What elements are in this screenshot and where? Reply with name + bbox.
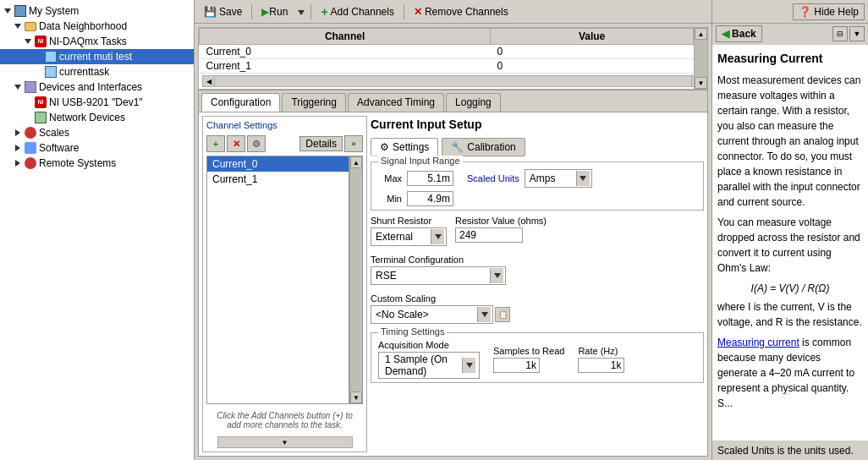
computer-icon (14, 4, 27, 18)
expand-data-neighborhood-icon[interactable] (14, 22, 22, 30)
no-expand-1 (34, 52, 42, 61)
data-table-scrollbar[interactable]: ▲ ▼ (694, 28, 707, 89)
ch-scrollbar-down[interactable]: ▼ (350, 392, 362, 403)
custom-scaling-select[interactable]: <No Scale> (371, 305, 493, 324)
channel-list-scrollbar[interactable]: ▲ ▼ (349, 156, 363, 404)
run-icon: ▶ (261, 6, 269, 18)
hide-help-button[interactable]: ❓ Hide Help (793, 3, 865, 20)
channel-scroll-bottom[interactable]: ▼ (217, 436, 353, 448)
min-input[interactable] (407, 191, 453, 206)
gear-channel-button[interactable]: ⚙ (247, 135, 266, 152)
run-dropdown-icon (298, 10, 305, 15)
timing-settings-panel: Timing Settings Acquisition Mode 1 Sampl… (371, 332, 704, 383)
help-text-area: Measuring Current Most measurement devic… (712, 45, 868, 441)
tab-configuration[interactable]: Configuration (201, 93, 280, 112)
tree-item-remote-systems[interactable]: Remote Systems (0, 156, 194, 171)
config-area: Configuration Triggering Advanced Timing… (198, 90, 708, 457)
scrollbar-up-arrow[interactable]: ▲ (695, 28, 707, 40)
tree-item-ni-usb-9201[interactable]: NI NI USB-9201 "Dev1" (0, 95, 194, 110)
help-footer-text: Scaled Units is the units used. (717, 445, 854, 457)
channel-list-item-0[interactable]: Current_0 (207, 156, 349, 172)
scaled-units-select[interactable]: Amps (525, 169, 592, 188)
scrollbar-thumb[interactable] (695, 40, 707, 77)
terminal-config-arrow[interactable] (490, 268, 503, 283)
ni-usb-icon: NI (34, 96, 47, 109)
tree-item-software[interactable]: Software (0, 140, 194, 156)
help-link[interactable]: Measuring current (717, 337, 799, 348)
tree-item-network-devices[interactable]: Network Devices (0, 110, 194, 125)
shunt-resistor-select[interactable]: External (371, 227, 447, 246)
config-tabs-bar: Configuration Triggering Advanced Timing… (199, 90, 707, 112)
add-channels-hint: Click the Add Channels button (+) to add… (206, 408, 363, 433)
help-nav: ◀ Back ⊟ ▼ (712, 24, 868, 45)
save-button[interactable]: 💾 Save (198, 3, 248, 21)
shunt-resistor-label: Shunt Resistor (371, 216, 447, 226)
tab-triggering[interactable]: Triggering (282, 93, 346, 112)
tree-label-currenttask: currenttask (59, 66, 109, 78)
more-options-button[interactable]: » (344, 135, 363, 152)
save-icon: 💾 (204, 6, 217, 18)
run-button[interactable]: ▶ Run (255, 3, 294, 21)
resistor-value-input[interactable] (455, 227, 523, 243)
scrollbar-down-arrow[interactable]: ▼ (695, 77, 707, 89)
acquisition-mode-select[interactable]: 1 Sample (On Demand) (378, 352, 480, 379)
help-content: ◀ Back ⊟ ▼ Measuring Current Most measur… (712, 24, 868, 460)
channel-list-item-1[interactable]: Current_1 (207, 172, 349, 187)
remove-channels-label: Remove Channels (425, 6, 508, 18)
help-nav-icon-1[interactable]: ⊟ (832, 26, 848, 41)
tree-item-my-system[interactable]: My System (0, 3, 194, 19)
tree-item-ni-daqmx-tasks[interactable]: NI NI-DAQmx Tasks (0, 34, 194, 49)
acquisition-mode-label: Acquisition Mode (378, 340, 480, 350)
add-channels-button[interactable]: + Add Channels (315, 3, 400, 21)
hscrollbar-left-arrow[interactable]: ◀ (203, 76, 215, 86)
remote-icon (24, 156, 37, 170)
add-channel-button[interactable]: + (206, 135, 225, 152)
help-nav-icons: ⊟ ▼ (832, 26, 865, 41)
tree-item-data-neighborhood[interactable]: Data Neighborhood (0, 19, 194, 34)
help-formula: I(A) = V(V) / R(Ω) (717, 281, 863, 296)
expand-my-system-icon[interactable] (3, 7, 12, 15)
delete-channel-button[interactable]: ✕ (227, 135, 245, 152)
custom-scaling-arrow[interactable] (477, 307, 491, 322)
expand-software-icon[interactable] (14, 144, 22, 152)
samples-to-read-label: Samples to Read (493, 346, 564, 356)
tree-item-devices-interfaces[interactable]: Devices and Interfaces (0, 79, 194, 95)
expand-remote-icon[interactable] (14, 159, 22, 167)
channel-list: Current_0 Current_1 (206, 156, 349, 404)
max-input[interactable] (407, 171, 453, 186)
tree-item-currenttask[interactable]: currenttask (0, 64, 194, 79)
timing-settings-label: Timing Settings (378, 326, 447, 337)
tab-logging[interactable]: Logging (446, 93, 501, 112)
expand-devices-icon[interactable] (14, 83, 22, 91)
ch-scrollbar-up[interactable]: ▲ (350, 156, 362, 168)
expand-scales-icon[interactable] (14, 129, 22, 137)
config-tab-settings[interactable]: ⚙ Settings (371, 138, 438, 156)
add-icon: + (321, 5, 327, 19)
scaled-units-arrow[interactable] (576, 171, 590, 186)
remove-channels-button[interactable]: ✕ Remove Channels (408, 3, 514, 21)
tree-label-data-neighborhood: Data Neighborhood (39, 20, 127, 32)
shunt-resistor-arrow[interactable] (431, 229, 444, 244)
tab-advanced-timing[interactable]: Advanced Timing (348, 93, 444, 112)
details-button[interactable]: Details (299, 136, 343, 151)
help-header: ❓ Hide Help (712, 0, 868, 24)
ch-scrollbar-thumb[interactable] (350, 168, 362, 392)
help-back-button[interactable]: ◀ Back (716, 25, 762, 42)
rate-input[interactable] (578, 358, 624, 373)
max-row: Max Scaled Units Amps (378, 169, 696, 188)
data-table-hscrollbar[interactable]: ◀ ▶ (202, 75, 704, 87)
samples-to-read-input[interactable] (493, 358, 540, 373)
config-tab-calibration[interactable]: 🔧 Calibration (442, 138, 525, 156)
tree-item-current-muti-test[interactable]: current muti test (0, 49, 194, 64)
toolbar-sep-1 (251, 4, 252, 19)
help-nav-icon-2[interactable]: ▼ (849, 26, 865, 41)
min-label: Min (378, 194, 402, 204)
acquisition-mode-arrow[interactable] (462, 358, 475, 373)
cell-channel-1: Current_1 (200, 59, 491, 74)
custom-scaling-copy-button[interactable]: 📋 (495, 307, 510, 322)
help-title: Measuring Current (717, 50, 863, 68)
run-dropdown-button[interactable] (295, 3, 307, 21)
expand-ni-daqmx-icon[interactable] (24, 37, 32, 46)
terminal-config-select[interactable]: RSE (371, 266, 506, 285)
tree-item-scales[interactable]: Scales (0, 125, 194, 140)
